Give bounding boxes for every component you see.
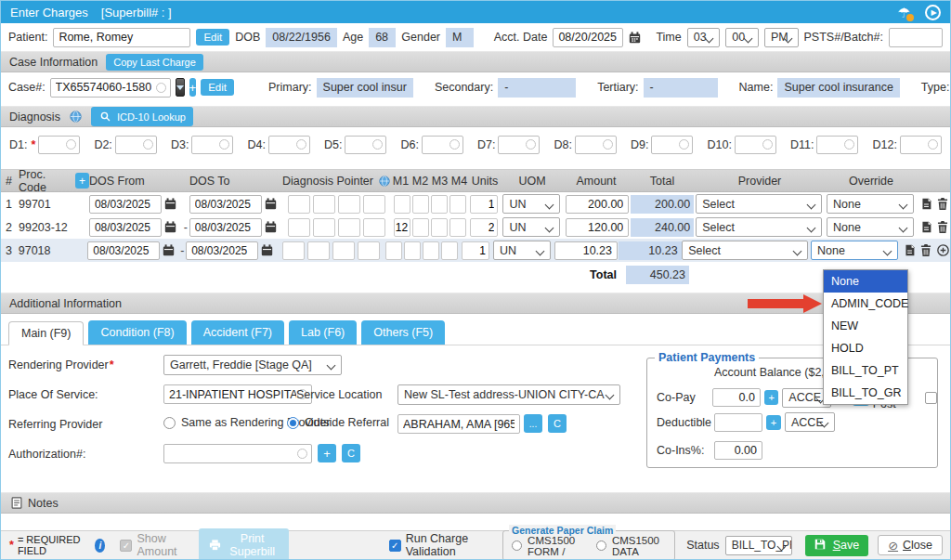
delete-row-icon[interactable]	[936, 197, 950, 211]
case-add-button[interactable]: +	[189, 78, 197, 97]
calendar-icon[interactable]	[629, 31, 641, 45]
m3-box[interactable]	[423, 241, 439, 260]
calendar-icon[interactable]	[163, 220, 177, 234]
authorization-add-button[interactable]: +	[318, 444, 336, 462]
coinsurance-input[interactable]	[714, 441, 762, 460]
dropdown-option-admin-code[interactable]: ADMIN_CODE	[824, 293, 907, 315]
time-hour-select[interactable]: 03	[687, 28, 721, 47]
play-icon[interactable]: ▶	[925, 5, 941, 20]
service-location-select[interactable]: New SL-Test address-UNION CITY-CA	[397, 384, 620, 405]
radio-icon[interactable]	[163, 417, 176, 429]
patient-edit-button[interactable]: Edit	[196, 29, 229, 46]
delete-row-icon[interactable]	[936, 220, 950, 234]
outside-referral-option[interactable]: Outside Referral	[287, 416, 389, 429]
referral-browse-button[interactable]: ...	[524, 414, 542, 433]
auto-post-checkbox[interactable]	[925, 392, 937, 404]
authorization-input[interactable]	[163, 444, 312, 463]
d9-input[interactable]	[651, 136, 693, 154]
m3-box[interactable]	[431, 195, 448, 214]
m4-box[interactable]	[449, 195, 466, 214]
copay-add-button[interactable]: +	[764, 390, 778, 405]
dropdown-option-bill-to-gr[interactable]: BILL_TO_GR	[824, 382, 907, 404]
diag-pointer-box[interactable]	[307, 241, 330, 260]
d7-input[interactable]	[498, 136, 540, 154]
d6-input[interactable]	[422, 136, 463, 154]
calendar-icon[interactable]	[162, 243, 176, 257]
provider-select[interactable]: Select	[696, 194, 822, 214]
diag-pointer-box[interactable]	[363, 218, 385, 237]
dos-from-input[interactable]	[89, 218, 162, 237]
amount-input[interactable]	[566, 218, 629, 237]
copay-input[interactable]	[712, 388, 761, 407]
tab-accident[interactable]: Accident (F7)	[191, 320, 284, 345]
deductible-add-button[interactable]: +	[766, 415, 781, 430]
units-input[interactable]	[470, 218, 498, 237]
diag-pointer-box[interactable]	[288, 218, 310, 237]
insurance-umbrella-icon[interactable]: ☂	[898, 6, 910, 20]
cms1500-form-option[interactable]: CMS1500 FORM /	[512, 535, 590, 557]
save-button[interactable]: Save	[805, 535, 869, 556]
run-validation-checkbox[interactable]: ✓	[389, 540, 401, 552]
tab-condition[interactable]: Condition (F8)	[88, 320, 186, 345]
diag-pointer-box[interactable]	[332, 241, 355, 260]
m2-box[interactable]	[412, 195, 429, 214]
dos-to-input[interactable]	[186, 241, 258, 260]
m2-box[interactable]	[412, 218, 429, 237]
batch-input[interactable]	[889, 28, 943, 47]
post-charge-icon[interactable]	[919, 220, 933, 234]
status-select[interactable]: BILL_TO_PR	[725, 536, 792, 555]
units-input[interactable]	[462, 241, 489, 260]
rendering-provider-select[interactable]: Garrett, Freddie [Stage QA]	[163, 355, 342, 375]
time-minute-select[interactable]: 00	[725, 28, 759, 47]
add-procedure-button[interactable]: +	[75, 173, 89, 189]
close-button[interactable]: ⊘ Close	[878, 535, 943, 555]
diag-pointer-box[interactable]	[313, 218, 335, 237]
acct-date-input[interactable]	[553, 28, 623, 47]
dos-from-input[interactable]	[87, 241, 160, 260]
d8-input[interactable]	[575, 136, 617, 154]
radio-icon[interactable]	[287, 417, 299, 429]
calendar-icon[interactable]	[260, 243, 274, 257]
dropdown-option-bill-to-pt[interactable]: BILL_TO_PT	[824, 359, 907, 382]
diag-pointer-box[interactable]	[338, 218, 360, 237]
provider-select[interactable]: Select	[696, 217, 822, 237]
d2-input[interactable]	[115, 136, 157, 154]
dropdown-option-hold[interactable]: HOLD	[824, 337, 907, 359]
d4-input[interactable]	[268, 136, 310, 154]
units-input[interactable]	[470, 195, 498, 214]
cms1500-data-option[interactable]: CMS1500 DATA	[596, 535, 666, 557]
m1-box[interactable]	[394, 195, 410, 214]
dropdown-option-new[interactable]: NEW	[824, 315, 907, 337]
m1-box[interactable]	[394, 218, 410, 237]
d10-input[interactable]	[735, 136, 776, 154]
d11-input[interactable]	[816, 136, 858, 154]
d5-input[interactable]	[345, 136, 386, 154]
d1-input[interactable]	[38, 136, 80, 154]
d12-input[interactable]	[900, 136, 942, 154]
patient-name-input[interactable]	[53, 28, 190, 47]
m4-box[interactable]	[441, 241, 458, 260]
radio-icon[interactable]	[596, 540, 606, 551]
tab-main[interactable]: Main (F9)	[8, 321, 84, 345]
override-select[interactable]: None	[827, 217, 914, 237]
d3-input[interactable]	[191, 136, 233, 154]
copy-last-charge-button[interactable]: Copy Last Charge	[106, 54, 203, 71]
dropdown-option-none[interactable]: None	[824, 270, 907, 293]
post-charge-icon[interactable]	[919, 197, 933, 211]
tab-others[interactable]: Others (F5)	[361, 320, 445, 345]
diag-pointer-box[interactable]	[288, 195, 310, 214]
calendar-icon[interactable]	[264, 220, 278, 234]
add-row-icon[interactable]	[936, 243, 950, 257]
diag-pointer-box[interactable]	[363, 195, 385, 214]
deductible-accept-select[interactable]: ACCE	[785, 412, 835, 432]
radio-icon[interactable]	[512, 540, 522, 551]
case-dropdown-button[interactable]	[176, 78, 185, 97]
place-of-service-input[interactable]	[163, 384, 312, 404]
uom-select[interactable]: UN	[502, 217, 560, 237]
referral-clear-button[interactable]: C	[548, 414, 567, 433]
dos-to-input[interactable]	[189, 218, 262, 237]
m4-box[interactable]	[449, 218, 466, 237]
calendar-icon[interactable]	[163, 197, 177, 211]
deductible-input[interactable]	[714, 413, 762, 432]
run-charge-validation-option[interactable]: ✓ Run Charge Validation	[389, 532, 489, 558]
